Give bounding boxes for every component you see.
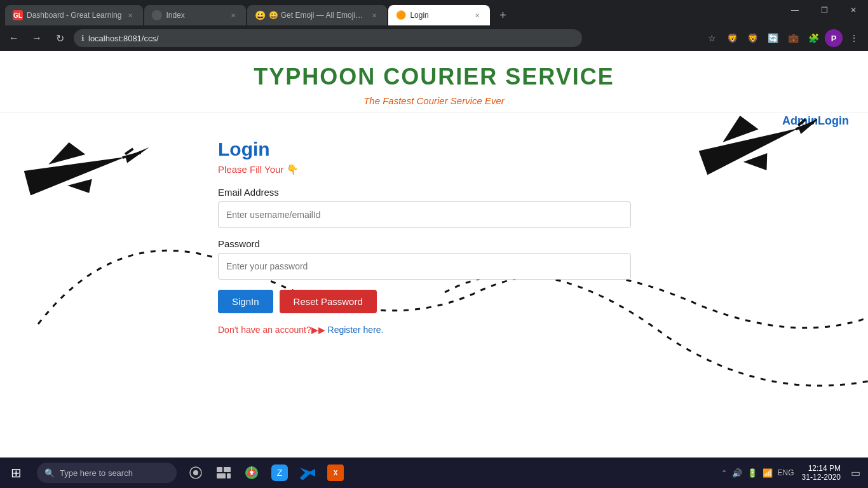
- tab-close-emoji[interactable]: ✕: [369, 10, 379, 20]
- brave-rewards-icon[interactable]: 🦁: [743, 29, 761, 47]
- reload-button[interactable]: ↻: [51, 29, 69, 47]
- taskbar-right: ⌃ 🔊 🔋 📶 ENG 12:14 PM 31-12-2020 ▭: [721, 464, 868, 482]
- register-text: Don't have an account?▶▶ Register here.: [218, 325, 650, 335]
- minimize-button[interactable]: —: [780, 0, 810, 20]
- wallet-icon[interactable]: 💼: [784, 29, 802, 47]
- brave-shield-icon[interactable]: 🦁: [723, 29, 741, 47]
- svg-marker-2: [44, 139, 85, 165]
- airplane-right-decoration: [677, 114, 817, 219]
- login-title: Login: [218, 139, 650, 160]
- browser-actions: ☆ 🦁 🦁 🔄 💼 🧩 P ⋮: [703, 29, 863, 47]
- brave-sync-icon[interactable]: 🔄: [764, 29, 782, 47]
- back-button[interactable]: ←: [5, 29, 23, 47]
- start-button[interactable]: ⊞: [0, 458, 32, 488]
- svg-rect-16: [217, 473, 226, 478]
- svg-point-13: [193, 470, 198, 475]
- taskbar-vscode-icon[interactable]: [294, 459, 322, 487]
- site-title: TYPHOON COURIER SERVICE: [0, 64, 868, 90]
- clock-time: 12:14 PM: [802, 464, 841, 473]
- tab-index[interactable]: Index ✕: [144, 5, 246, 25]
- svg-rect-17: [227, 473, 231, 478]
- url-text: localhost:8081/ccs/: [88, 34, 159, 43]
- clock[interactable]: 12:14 PM 31-12-2020: [797, 464, 846, 482]
- bookmark-icon[interactable]: ☆: [703, 29, 721, 47]
- extensions-icon[interactable]: 🧩: [804, 29, 822, 47]
- tab-close-dashboard[interactable]: ✕: [125, 10, 135, 20]
- tab-favicon-login: 🟠: [396, 10, 406, 20]
- tab-close-index[interactable]: ✕: [228, 10, 238, 20]
- taskbar: ⊞ 🔍 Type here to search Z X ⌃ 🔊: [0, 458, 868, 488]
- network-icon: 🔊: [732, 468, 742, 478]
- lang-label: ENG: [778, 468, 794, 477]
- taskbar-zoom-icon[interactable]: Z: [266, 459, 294, 487]
- password-input[interactable]: [218, 253, 631, 280]
- site-header: TYPHOON COURIER SERVICE The Fastest Cour…: [0, 51, 868, 113]
- password-label: Password: [218, 238, 650, 249]
- clock-date: 31-12-2020: [802, 473, 841, 482]
- secure-icon: ℹ: [81, 34, 85, 43]
- taskbar-cortana-icon[interactable]: [182, 459, 210, 487]
- menu-icon[interactable]: ⋮: [845, 29, 863, 47]
- tab-label-login: Login: [410, 11, 468, 20]
- tab-label-index: Index: [166, 11, 224, 20]
- svg-marker-3: [67, 179, 95, 198]
- tab-favicon-index: [152, 10, 162, 20]
- tab-label-emoji: 😀 Get Emoji — All Emojis to: [269, 11, 365, 20]
- login-card: Login Please Fill Your 👇 Email Address P…: [218, 126, 650, 348]
- tab-dashboard[interactable]: GL Dashboard - Great Learning ✕: [5, 5, 143, 25]
- search-placeholder: Type here to search: [60, 468, 133, 478]
- system-tray: ⌃ 🔊 🔋 📶 ENG: [721, 468, 794, 478]
- url-bar[interactable]: ℹ localhost:8081/ccs/: [74, 29, 582, 47]
- login-subtitle: Please Fill Your 👇: [218, 164, 650, 175]
- airplane-left-decoration: [13, 133, 153, 212]
- tab-favicon-dashboard: GL: [13, 10, 23, 20]
- address-bar: ← → ↻ ℹ localhost:8081/ccs/ ☆ 🦁 🦁 🔄 💼 🧩 …: [0, 25, 868, 51]
- volume-icon: 🔋: [747, 468, 757, 478]
- taskbar-search-box[interactable]: 🔍 Type here to search: [37, 463, 177, 483]
- tab-bar: GL Dashboard - Great Learning ✕ Index ✕ …: [0, 0, 868, 25]
- maximize-button[interactable]: ❐: [810, 0, 839, 20]
- battery-icon: 📶: [763, 468, 773, 478]
- signin-button[interactable]: SignIn: [218, 290, 273, 313]
- close-button[interactable]: ✕: [839, 0, 868, 20]
- new-tab-button[interactable]: +: [494, 6, 512, 24]
- tab-login[interactable]: 🟠 Login ✕: [388, 5, 490, 25]
- page-content: TYPHOON COURIER SERVICE The Fastest Cour…: [0, 51, 868, 458]
- tray-chevron[interactable]: ⌃: [721, 469, 727, 477]
- email-input[interactable]: [218, 201, 631, 228]
- taskbar-chrome-icon[interactable]: [238, 459, 266, 487]
- svg-rect-15: [224, 467, 231, 472]
- forward-button[interactable]: →: [28, 29, 46, 47]
- tab-label-dashboard: Dashboard - Great Learning: [27, 11, 121, 20]
- taskbar-task-view-icon[interactable]: [210, 459, 238, 487]
- tab-favicon-emoji: 😀: [255, 10, 265, 20]
- register-prompt: Don't have an account?▶▶: [218, 325, 325, 335]
- tab-emoji[interactable]: 😀 😀 Get Emoji — All Emojis to ✕: [247, 5, 387, 25]
- profile-icon[interactable]: P: [825, 29, 843, 47]
- svg-rect-14: [217, 467, 222, 472]
- email-label: Email Address: [218, 187, 650, 198]
- taskbar-xampp-icon[interactable]: X: [322, 459, 349, 487]
- search-icon: 🔍: [44, 468, 55, 478]
- tab-close-login[interactable]: ✕: [472, 10, 482, 20]
- button-group: SignIn Reset Password: [218, 290, 650, 313]
- show-desktop-button[interactable]: ▭: [848, 467, 863, 479]
- reset-password-button[interactable]: Reset Password: [280, 290, 377, 313]
- svg-marker-9: [743, 153, 773, 177]
- register-link[interactable]: Register here.: [328, 325, 384, 335]
- svg-marker-8: [716, 114, 759, 142]
- site-subtitle: The Fastest Courier Service Ever: [0, 95, 868, 106]
